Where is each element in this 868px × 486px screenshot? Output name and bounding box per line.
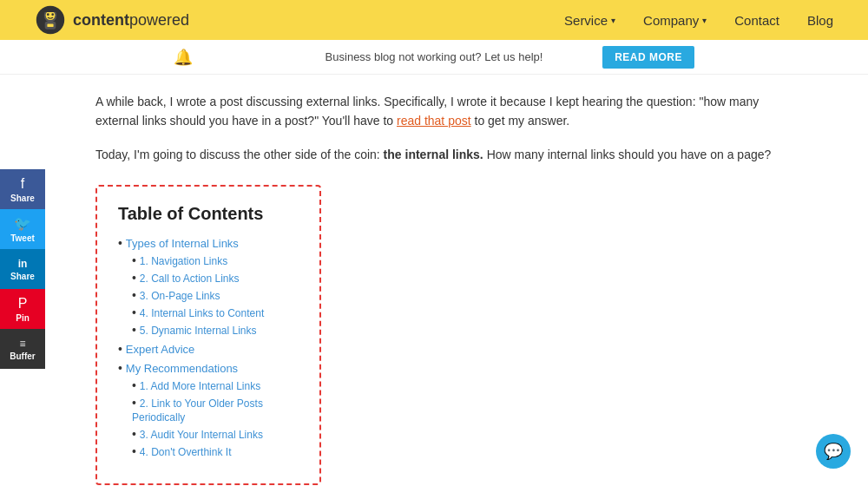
svg-rect-6	[47, 24, 53, 28]
linkedin-icon: in	[18, 258, 28, 270]
toc-link-dont-overthink[interactable]: 4. Don't Overthink It	[140, 446, 232, 458]
toc-subitem: 4. Don't Overthink It	[132, 444, 299, 458]
toc-sublist-recommendations: 1. Add More Internal Links 2. Link to Yo…	[118, 378, 299, 458]
social-sidebar: f Share 🐦 Tweet in Share P Pin ≡ Buffer	[0, 169, 45, 369]
toc-subitem: 2. Call to Action Links	[132, 271, 299, 285]
logo-text: contentpowered	[73, 11, 189, 30]
toc-link-add-more[interactable]: 1. Add More Internal Links	[140, 380, 260, 392]
toc-list: Types of Internal Links 1. Navigation Li…	[118, 236, 299, 458]
toc-link-nav-links[interactable]: 1. Navigation Links	[140, 255, 227, 267]
main-nav: Service ▾ Company ▾ Contact Blog	[564, 13, 833, 28]
facebook-share-button[interactable]: f Share	[0, 169, 45, 209]
chat-icon: 💬	[824, 442, 843, 461]
toc-link-audit[interactable]: 3. Audit Your Internal Links	[140, 429, 263, 441]
toc-subitem: 4. Internal Links to Content	[132, 305, 299, 319]
toc-sublist-types: 1. Navigation Links 2. Call to Action Li…	[118, 253, 299, 337]
chevron-down-icon: ▾	[702, 16, 707, 25]
toc-subitem: 1. Navigation Links	[132, 253, 299, 267]
logo-icon	[35, 4, 66, 36]
internal-links-bold: the internal links.	[384, 148, 483, 161]
read-that-post-link[interactable]: read that post	[397, 114, 471, 128]
toc-link-recommendations[interactable]: My Recommendations	[126, 362, 238, 375]
pinterest-pin-button[interactable]: P Pin	[0, 289, 45, 329]
toc-link-internal-content[interactable]: 4. Internal Links to Content	[140, 307, 264, 319]
toc-subitem: 3. On-Page Links	[132, 288, 299, 302]
facebook-icon: f	[21, 176, 24, 192]
nav-company[interactable]: Company ▾	[643, 13, 707, 28]
toc-link-expert[interactable]: Expert Advice	[126, 343, 195, 356]
toc-item-expert: Expert Advice	[118, 342, 299, 356]
main-content: A while back, I wrote a post discussing …	[95, 75, 773, 486]
read-more-button[interactable]: READ MORE	[602, 46, 694, 69]
chevron-down-icon: ▾	[611, 16, 615, 25]
chat-bubble-button[interactable]: 💬	[816, 434, 851, 469]
toc-link-cta-links[interactable]: 2. Call to Action Links	[140, 273, 240, 285]
notification-bar: 🔔 Business blog not working out? Let us …	[0, 40, 868, 75]
svg-point-3	[47, 13, 49, 16]
buffer-icon: ≡	[19, 338, 25, 350]
twitter-tweet-button[interactable]: 🐦 Tweet	[0, 209, 45, 249]
bell-icon: 🔔	[174, 48, 193, 67]
toc-subitem: 3. Audit Your Internal Links	[132, 427, 299, 441]
svg-point-4	[51, 13, 54, 16]
buffer-button[interactable]: ≡ Buffer	[0, 329, 45, 369]
logo[interactable]: contentpowered	[35, 4, 189, 36]
toc-subitem: 2. Link to Your Older Posts Periodically	[132, 396, 299, 424]
toc-link-dynamic[interactable]: 5. Dynamic Internal Links	[140, 325, 257, 337]
toc-item-types: Types of Internal Links 1. Navigation Li…	[118, 236, 299, 337]
toc-title: Table of Contents	[118, 204, 299, 224]
pinterest-icon: P	[18, 296, 28, 312]
linkedin-share-button[interactable]: in Share	[0, 249, 45, 289]
table-of-contents: Table of Contents Types of Internal Link…	[95, 185, 321, 485]
intro-paragraph-1: A while back, I wrote a post discussing …	[95, 92, 773, 131]
toc-subitem: 1. Add More Internal Links	[132, 378, 299, 392]
twitter-icon: 🐦	[14, 215, 31, 232]
toc-link-types[interactable]: Types of Internal Links	[126, 237, 239, 250]
toc-subitem: 5. Dynamic Internal Links	[132, 323, 299, 337]
intro-paragraph-2: Today, I'm going to discuss the other si…	[95, 145, 773, 164]
site-header: contentpowered Service ▾ Company ▾ Conta…	[0, 0, 868, 40]
toc-link-onpage-links[interactable]: 3. On-Page Links	[140, 290, 220, 302]
toc-item-recommendations: My Recommendations 1. Add More Internal …	[118, 361, 299, 458]
toc-link-older-posts[interactable]: 2. Link to Your Older Posts Periodically	[132, 397, 263, 424]
nav-contact[interactable]: Contact	[734, 13, 779, 28]
notification-text: Business blog not working out? Let us he…	[326, 50, 543, 63]
nav-blog[interactable]: Blog	[807, 13, 833, 28]
nav-service[interactable]: Service ▾	[564, 13, 615, 28]
